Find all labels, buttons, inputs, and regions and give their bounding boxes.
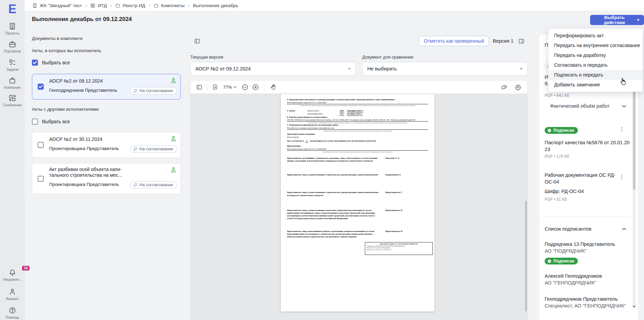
- toggle-left-panel-icon[interactable]: [194, 38, 200, 44]
- breadcrumb: ЖК "Звездный" тест › ИТД › Реестр ИД › К…: [25, 0, 644, 11]
- act-copies-prefix: Акт составлен в: [287, 140, 304, 143]
- signer-org: АО "ПОДРЯДЧИК": [545, 248, 587, 254]
- checkbox-unchecked[interactable]: [38, 176, 44, 182]
- choose-action-button[interactable]: Выбрать действие: [590, 15, 644, 25]
- breadcrumb-item-project[interactable]: ЖК "Звездный" тест: [32, 3, 82, 8]
- sidebar-item-help[interactable]: Помощь: [0, 306, 25, 319]
- sidebar-label: Снабжение: [3, 103, 22, 107]
- folder-icon: [115, 3, 120, 8]
- breadcrumb-item-itd[interactable]: ИТД: [90, 3, 107, 8]
- pan-hand-icon[interactable]: [270, 84, 277, 90]
- chevron-down-icon: [348, 68, 351, 69]
- menu-item-approve-and-send[interactable]: Согласовать и передать: [548, 60, 643, 70]
- scrollbar-arrow-down-icon[interactable]: [632, 306, 636, 308]
- menu-item-send-for-rework[interactable]: Передать на доработку: [548, 50, 643, 60]
- sidebar-label: Помощь: [5, 315, 19, 319]
- act-dates-start-label: начала работ: [307, 109, 339, 113]
- compare-document-value: Не выбирать: [367, 66, 520, 71]
- breadcrumb-item-registry[interactable]: Реестр ИД: [115, 3, 145, 8]
- notifications-badge: 74: [22, 266, 30, 271]
- toolbar-divider: [207, 83, 208, 91]
- signature-name: Подрядчиков А.: [385, 173, 401, 176]
- comments-icon[interactable]: [501, 84, 507, 90]
- checkbox-unchecked[interactable]: [38, 142, 44, 148]
- signature-name: Представитель Г.: [385, 191, 402, 196]
- chevron-down-icon: [233, 86, 237, 88]
- status-badge: На согласовании: [130, 87, 177, 94]
- zoom-out-button[interactable]: [241, 84, 249, 91]
- doc-title-working-docs[interactable]: Рабочая документация ОС РД-ОС-04: [545, 172, 619, 185]
- chevron-up-icon[interactable]: [622, 228, 626, 230]
- compare-document-label: Документ для сравнения: [362, 55, 413, 60]
- act-sec7-caption: (наименование работ, строительных констр…: [287, 130, 428, 132]
- actual-volume-toggle[interactable]: Фактический объём работ: [550, 103, 610, 109]
- breadcrumb-label: Реестр ИД: [123, 3, 145, 8]
- pdf-toolbar: 77%: [190, 80, 528, 94]
- briefcase-icon: [8, 40, 16, 48]
- status-badge: На согласовании: [130, 145, 177, 153]
- current-version-label: Текущая версия: [190, 55, 223, 60]
- checkbox-checked[interactable]: [32, 60, 38, 66]
- mouse-cursor-hand: [620, 77, 627, 86]
- doc-card-aosr-30-11[interactable]: АОСР №2 от 30.11.2024 Проектировщика Пре…: [32, 132, 181, 158]
- select-all-others[interactable]: Выбрать все: [32, 119, 70, 125]
- menu-item-internal-approval[interactable]: Передать на внутреннее согласование: [548, 41, 643, 50]
- status-label: На согласовании: [139, 88, 173, 93]
- doc-meta: PDF • 178 Кб: [545, 154, 569, 159]
- mark-as-checked-button[interactable]: Отметить как проверенный: [419, 36, 489, 46]
- kebab-menu-icon[interactable]: ⋮: [619, 128, 624, 130]
- act-sec7-title: 7. Разрешается производство последующих …: [287, 124, 428, 127]
- chevron-down-icon: [520, 68, 523, 69]
- stamp-line: Действителен с 2024-11-27 по 2025-01-27: [367, 249, 431, 251]
- pdf-sidebar-toggle-icon[interactable]: [196, 84, 202, 90]
- breadcrumb-item-kits[interactable]: Комплекты: [154, 3, 184, 8]
- sidebar-label: Компания: [4, 85, 20, 89]
- signer-name: Генподрядчиков Представитель: [545, 296, 618, 302]
- right-panel-scrollbar-thumb[interactable]: [633, 81, 636, 190]
- doc-card-axis-act[interactable]: Акт разбивки осей объекта капи-тального …: [32, 163, 181, 194]
- chevron-down-icon[interactable]: [622, 105, 626, 108]
- sidebar-item-notifications[interactable]: 74 Уведомле...: [0, 269, 25, 281]
- act-signature-row: Представитель лица, осуществляющего стро…: [287, 191, 428, 196]
- signed-badge: Подписан: [545, 127, 578, 134]
- pdf-canvas[interactable]: 4. Предъявлены документы, подтверждающие…: [190, 94, 528, 320]
- sidebar-item-account[interactable]: Аккаунт: [0, 288, 25, 301]
- viewer-settings-gear-icon[interactable]: [515, 84, 521, 90]
- page-settings-icon[interactable]: [212, 84, 218, 90]
- sidebar-item-portfolios[interactable]: Портфели: [0, 40, 25, 53]
- signers-list-header[interactable]: Список подписантов: [545, 226, 591, 232]
- menu-item-add-comment[interactable]: Добавить замечание: [548, 80, 643, 90]
- signature-role: Представитель лица, выполнившего работы,…: [287, 230, 379, 238]
- doc-card-subtitle: Генподрядчиков Представитель: [49, 88, 117, 93]
- act-attachments-title: Приложения:: [287, 145, 428, 148]
- zoom-level-select[interactable]: 77%: [223, 85, 237, 90]
- menu-item-reform-act[interactable]: Переформировать акт: [548, 31, 643, 41]
- select-all-own[interactable]: Выбрать все: [32, 60, 70, 66]
- pdf-scrollbar[interactable]: [525, 201, 527, 312]
- act-attachments-caption: (исполнительные схемы и чертежи, результ…: [287, 151, 428, 153]
- toggle-right-panel-icon[interactable]: [518, 38, 525, 44]
- sidebar-item-tasks[interactable]: Задачи: [0, 59, 25, 71]
- checkbox-checked[interactable]: [38, 84, 44, 90]
- doc-card-subtitle: Проектировщика Представитель: [49, 146, 119, 151]
- breadcrumb-item-current[interactable]: Выполнение декабрь: [193, 3, 238, 8]
- sidebar-item-company[interactable]: Компания: [0, 77, 25, 89]
- sidebar-item-procurement[interactable]: Снабжение: [0, 94, 25, 107]
- signature-role: Представитель лица, осуществляющего стро…: [287, 191, 379, 196]
- kebab-menu-icon[interactable]: ⋮: [619, 176, 624, 178]
- section-other-acts: Акты с другими исполнителями: [32, 107, 99, 112]
- act-sec6-value: СП 46.13330.2012 Свод правил Мосты и тру…: [287, 119, 428, 122]
- act-signature-row: Представитель застройщика, технического …: [287, 157, 428, 162]
- doc-card-aosr-09-12[interactable]: АОСР №2 от 09.12.2024 Генподрядчиков Пре…: [32, 74, 181, 100]
- doc-code: Шифр: РД-ОС-04: [545, 188, 584, 195]
- doc-title-quality-passport[interactable]: Паспорт качества №5678 от 20.01.2023: [545, 139, 630, 153]
- zoom-in-button[interactable]: [252, 84, 259, 91]
- current-version-select[interactable]: АОСР №2 от 09.12.2024: [190, 62, 356, 76]
- act-sec6-title: 6. Работы выполнены в соответствии с: [287, 116, 428, 119]
- checkbox-unchecked[interactable]: [32, 119, 38, 125]
- toolbar-divider: [265, 83, 265, 91]
- app-logo[interactable]: E: [0, 2, 25, 16]
- compare-document-select[interactable]: Не выбирать: [362, 62, 528, 76]
- menu-item-sign-and-send[interactable]: Подписать и передать: [548, 70, 643, 80]
- sidebar-item-projects[interactable]: Проекты: [0, 22, 25, 35]
